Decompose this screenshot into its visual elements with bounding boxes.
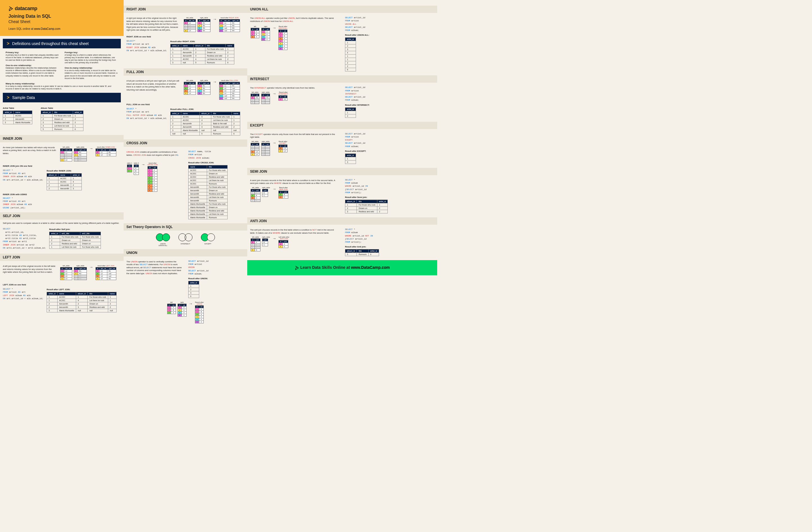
cross-join-code: SELECT name, title FROM artist CROSS JOI… <box>188 150 244 160</box>
semi-join-code: SELECT * FROM album WHERE artist_id IN (… <box>345 179 434 194</box>
union-all-diagram: left idval 1A1B3A right idval 1A4A5A6A →… <box>250 26 339 50</box>
venn-union: UNION UNION ALL <box>156 233 170 246</box>
column-1: datacamp Joining Data in SQL Cheat Sheet… <box>0 0 124 328</box>
self-join-desc: Self-joins are used to compare values in… <box>3 222 121 225</box>
anti-join-diagram: left_table idcol1 1A2B3C4D right_table c… <box>250 236 339 251</box>
footer-cta: Learn Data Skills Online at www.DataCamp… <box>247 260 437 275</box>
column-3: UNION ALL The UNION ALL operator works j… <box>247 0 437 328</box>
arrow-icon: → <box>89 265 93 269</box>
arrow-icon: → <box>213 17 217 22</box>
page: datacamp Joining Data in SQL Cheat Sheet… <box>0 0 437 328</box>
full-join-header: FULL JOIN <box>124 68 247 76</box>
right-join-code: SELECT* FROM artist as art RIGHT JOIN al… <box>127 40 167 52</box>
anti-join-result: album_idtitleartist_id 5Rumours6 <box>345 249 379 256</box>
definitions-header: > Definitions used throughout this cheat… <box>3 39 121 48</box>
self-join-code: SELECT art1.artist_id, art1.title AS art… <box>3 227 46 250</box>
right-join-desc: A right join keeps all of the original r… <box>127 17 180 32</box>
union-all-code: SELECT artist_id FROM artist UNION ALL S… <box>345 16 434 32</box>
arrow-icon: → <box>272 236 276 241</box>
venn-except: EXCEPT <box>201 233 215 246</box>
inner-join-code1: SELECT * FROM artist AS art INNER JOIN a… <box>3 169 43 182</box>
union-all-header: UNION ALL <box>247 5 437 13</box>
doc-title: Joining Data in SQL <box>9 14 115 19</box>
chevron-icon: > <box>7 41 9 46</box>
arrow-icon: → <box>213 80 217 84</box>
cross-join-desc: CROSS JOIN creates all possible combinat… <box>127 151 183 157</box>
union-code: SELECT artist_id FROM artist UNION SELEC… <box>188 260 244 276</box>
except-desc: The EXCEPT operator returns only those r… <box>250 133 339 139</box>
chevron-icon: > <box>7 95 9 100</box>
inner-join-result: album_idnameartist_id 1AC/DC1 1AC/DC4 2A… <box>47 173 82 190</box>
definitions-grid: Primary key: A primary key is a field in… <box>3 51 121 82</box>
arrow-icon: → <box>189 302 193 306</box>
self-join-header: SELF JOIN <box>0 212 124 220</box>
left-join-code: SELECT * FROM artist AS art LEFT JOIN al… <box>3 288 43 300</box>
arrow-icon: → <box>89 146 93 151</box>
doc-subtitle: Cheat Sheet <box>9 19 115 24</box>
album-table-title: Album Table <box>41 107 84 109</box>
sample-tables: Artist Table artist_idname 1AC/DC 2Aeros… <box>3 105 121 132</box>
left-join-result: artist_idnamealbum_idtitlename 1AC/DC1Fo… <box>47 292 117 312</box>
artist-table-title: Artist Table <box>3 107 32 109</box>
anti-join-code: SELECT * FROM album WHERE artist_id NOT … <box>345 228 434 244</box>
intersect-result: artist_id 12 <box>345 108 356 118</box>
full-join-code: SELECT * FROM artist as art FULL OUTER J… <box>127 108 167 120</box>
arrow-icon: → <box>272 26 276 30</box>
anti-join-desc: The anti join chooses records in the fir… <box>250 228 339 235</box>
semi-join-header: SEMI JOIN <box>247 168 437 175</box>
union-all-result: artist_id123411226 <box>345 38 356 71</box>
set-theory-header: Set Theory Operators in SQL <box>124 223 247 230</box>
semi-join-desc: A semi join chooses records in the first… <box>250 179 339 185</box>
right-join-diagram: left_table idleft_val 1L12L23L34L4 right… <box>183 17 241 32</box>
self-join-result: artist_idart1_titleart2_title 1For those… <box>49 232 101 249</box>
anti-join-header: ANTI JOIN <box>247 218 437 225</box>
union-all-desc: The UNION ALL operator works just like U… <box>250 17 339 23</box>
inner-join-header: INNER JOIN <box>0 135 124 142</box>
left-join-header: LEFT JOIN <box>0 254 124 261</box>
intersect-code: SELECT artist_id FROM artist INTERSECT S… <box>345 86 434 102</box>
datacamp-logo-icon <box>295 266 299 270</box>
union-header: UNION <box>124 249 247 256</box>
datacamp-logo-icon <box>9 6 14 11</box>
union-desc: The UNION operator is used to vertically… <box>127 261 183 297</box>
intersect-header: INTERSECT <box>247 75 437 83</box>
intersect-desc: The INTERSECT operator returns only iden… <box>250 87 339 90</box>
except-result: artist_id 13 <box>345 154 356 164</box>
full-join-diagram: left_table idleft_val 1L12L23L34L4 right… <box>183 80 241 100</box>
except-header: EXCEPT <box>247 122 437 129</box>
sample-data-header: > Sample Data <box>3 93 121 102</box>
inner-join-diagram: left_table idleft_val 1L12L23L34L4 right… <box>60 146 117 162</box>
brand-text: datacamp <box>15 5 38 11</box>
semi-join-result: album_idtitleartist_id 1For those who ro… <box>345 200 388 213</box>
def-primary-key: Primary key: A primary key is a field in… <box>5 51 59 61</box>
venn-diagrams: UNION UNION ALL INTERSECT EXCEPT <box>127 233 244 246</box>
def-one-to-many: One-to-many relationship: In a one-to-ma… <box>64 67 118 79</box>
inner-join-label2: INNER JOIN with USING <box>3 193 121 196</box>
inner-join-label1: INNER JOIN join ON one field <box>3 165 121 167</box>
cross-join-header: CROSS JOIN <box>124 139 247 147</box>
right-join-header: RIGHT JOIN <box>124 5 247 13</box>
footer-url[interactable]: www.DataCamp.com <box>351 265 390 270</box>
full-join-result: artist_idnamealbum_idtitlename 1AC/DC4Fo… <box>170 112 240 136</box>
arrow-icon: → <box>272 141 276 145</box>
inner-join-code2: SELECT * FROM artist AS art INNER JOIN a… <box>3 197 121 209</box>
intersect-diagram: left_table idval 1N123 right_table idval… <box>250 92 339 104</box>
union-diagram: left idval 1A1B2A right idval 1A4A5A6A →… <box>127 302 244 323</box>
left-join-diagram: left_table idleft_val 1L12L23L34L4 right… <box>60 265 117 280</box>
brand-logo: datacamp <box>9 5 115 12</box>
learn-link: Learn SQL online at www.DataCamp.com <box>9 27 115 30</box>
def-one-to-one: One-to-one relationship: Database relati… <box>5 64 59 77</box>
union-result: artist_id 12 36 <box>188 281 199 298</box>
cross-join-result: nametitleAC/DCFor those who rockAC/DCDre… <box>188 165 228 219</box>
artist-table: artist_idname 1AC/DC 2Aerosmith 3Alanis … <box>3 111 32 124</box>
def-many-to-many: Many-to-many relationship: In a many-to-… <box>3 82 121 90</box>
learn-url[interactable]: www.DataCamp.com <box>34 27 60 30</box>
full-join-desc: A full join combines a left join and rig… <box>127 80 180 92</box>
left-join-desc: A left join keeps all of the original re… <box>3 265 56 274</box>
except-diagram: left_table idval 123L34L4 right_table id… <box>250 141 339 156</box>
cross-join-diagram: table 1 id112 table 2 id2ABC → result af… <box>127 162 183 192</box>
right-join-result: artist_idnamealbum_idtitlename 1AC/DC1Fo… <box>170 44 234 65</box>
arrow-icon: → <box>272 187 276 191</box>
column-2: RIGHT JOIN A right join keeps all of the… <box>124 0 247 328</box>
except-code: SELECT artist_id FROM artist EXCEPT SELE… <box>345 132 434 148</box>
